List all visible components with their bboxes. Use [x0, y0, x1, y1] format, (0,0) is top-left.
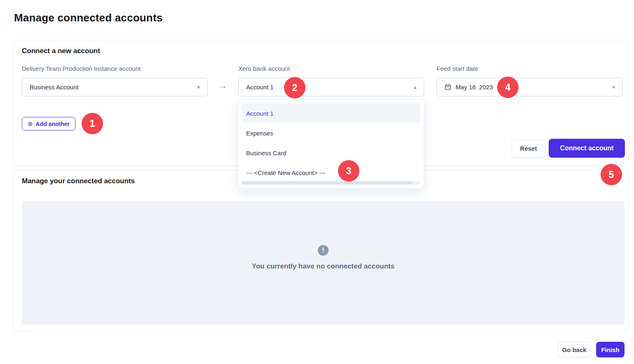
- calendar-icon: [444, 84, 451, 91]
- arrow-right-icon: →: [217, 81, 229, 91]
- feed-start-date-value: May 16 2023: [456, 84, 493, 91]
- annotation-badge-5: 5: [601, 164, 622, 185]
- page-title: Manage connected accounts: [14, 12, 162, 24]
- xero-account-dropdown: Account 1 Expenses Business Card --- <Cr…: [238, 99, 424, 189]
- chevron-down-icon: ▾: [612, 84, 615, 90]
- connect-account-button[interactable]: Connect account: [549, 139, 625, 158]
- reset-button[interactable]: Reset: [512, 139, 545, 158]
- dropdown-option-account-1[interactable]: Account 1: [242, 103, 420, 123]
- connect-card-heading: Connect a new account: [22, 47, 100, 55]
- annotation-badge-1: 1: [82, 113, 103, 134]
- dropdown-horizontal-scrollbar[interactable]: [242, 181, 420, 184]
- dropdown-option-business-card[interactable]: Business Card: [242, 143, 420, 163]
- add-another-button[interactable]: ⊕ Add another: [22, 117, 75, 131]
- feed-start-date-picker[interactable]: May 16 2023 ▾: [437, 78, 623, 96]
- chevron-up-icon: ▴: [413, 84, 416, 90]
- plus-circle-icon: ⊕: [28, 121, 33, 127]
- dropdown-option-expenses[interactable]: Expenses: [242, 123, 420, 143]
- chevron-down-icon: ▾: [197, 84, 200, 90]
- xero-account-field-group: Xero bank account Account 1 ▴: [238, 65, 424, 96]
- annotation-badge-4: 4: [497, 77, 519, 98]
- empty-state-panel: ! You currently have no connected accoun…: [22, 201, 625, 325]
- manage-card-heading: Manage your connected accounts: [22, 177, 135, 185]
- add-another-label: Add another: [36, 121, 70, 127]
- xero-account-label: Xero bank account: [238, 65, 424, 72]
- go-back-button[interactable]: Go back: [557, 342, 591, 357]
- scrollbar-thumb[interactable]: [242, 181, 412, 184]
- xero-account-value: Account 1: [246, 84, 274, 91]
- source-account-select[interactable]: Business Account ▾: [22, 78, 208, 96]
- feed-start-date-label: Feed start date: [437, 65, 623, 72]
- annotation-badge-3: 3: [338, 160, 359, 182]
- annotation-badge-2: 2: [284, 77, 305, 98]
- manage-accounts-card: Manage your connected accounts ! You cur…: [14, 170, 629, 331]
- xero-account-select[interactable]: Account 1 ▴: [238, 78, 424, 96]
- source-account-field-group: Delivery Team Production Instance accoun…: [22, 65, 208, 96]
- source-account-label: Delivery Team Production Instance accoun…: [22, 65, 208, 72]
- dropdown-option-create-new-account[interactable]: --- <Create New Account> ---: [242, 163, 420, 182]
- finish-button[interactable]: Finish: [596, 342, 625, 357]
- feed-start-date-field-group: Feed start date May 16 2023 ▾: [437, 65, 623, 96]
- alert-circle-icon: !: [318, 245, 329, 256]
- empty-state-message: You currently have no connected accounts: [252, 262, 394, 271]
- source-account-value: Business Account: [30, 84, 78, 91]
